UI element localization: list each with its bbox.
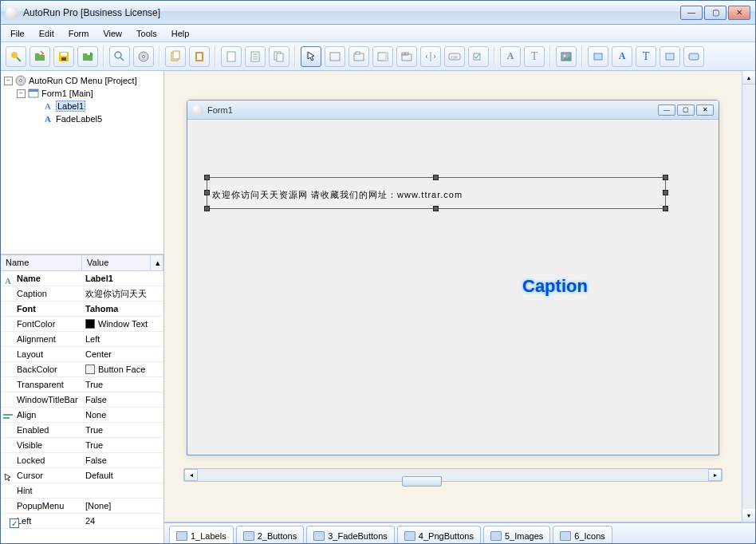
toolbar-splitter-icon[interactable]: [420, 46, 441, 67]
designer-canvas[interactable]: Form1 — ▢ ✕: [164, 71, 742, 522]
header-scroll-up[interactable]: ▴: [151, 255, 163, 270]
scroll-down-icon[interactable]: ▾: [742, 509, 755, 522]
menu-help[interactable]: Help: [165, 27, 196, 40]
property-row[interactable]: CursorDefault: [1, 468, 163, 483]
toolbar-tabcontrol-icon[interactable]: [396, 46, 417, 67]
collapse-icon[interactable]: −: [17, 89, 26, 98]
toolbar-cd-icon[interactable]: [133, 46, 154, 67]
property-value[interactable]: Center: [82, 349, 163, 359]
menu-form[interactable]: Form: [62, 27, 96, 40]
fadelabel-caption[interactable]: Caption: [522, 276, 588, 297]
property-row[interactable]: LockedFalse: [1, 453, 163, 468]
form-close-button[interactable]: ✕: [696, 104, 714, 116]
toolbar-run-icon[interactable]: [77, 46, 98, 67]
property-row[interactable]: BackColorButton Face: [1, 362, 163, 377]
property-value[interactable]: True: [82, 440, 163, 450]
toolbar-page2-icon[interactable]: [245, 46, 266, 67]
form-titlebar[interactable]: Form1 — ▢ ✕: [187, 101, 719, 120]
toolbar-save-icon[interactable]: [53, 46, 74, 67]
designer-vscrollbar[interactable]: ▴ ▾: [742, 71, 755, 522]
maximize-button[interactable]: ▢: [704, 6, 726, 20]
property-value[interactable]: False: [82, 395, 163, 404]
toolbar-page3-icon[interactable]: [269, 46, 289, 67]
property-value[interactable]: 24: [82, 516, 163, 526]
property-row[interactable]: EnabledTrue: [1, 423, 163, 438]
menu-file[interactable]: File: [4, 27, 31, 40]
designer-hscrollbar[interactable]: ◂ ▸: [183, 468, 723, 482]
toolbar-bluebox-icon[interactable]: [660, 46, 680, 67]
tree-root[interactable]: − AutoRun CD Menu [Project]: [1, 74, 163, 87]
toolbar-page1-icon[interactable]: [221, 46, 242, 67]
property-value[interactable]: True: [82, 425, 163, 435]
scroll-right-icon[interactable]: ▸: [708, 469, 722, 481]
tab-labels[interactable]: 1_Labels: [169, 526, 234, 543]
property-row[interactable]: Caption欢迎你访问天天: [1, 286, 163, 302]
scroll-left-icon[interactable]: ◂: [184, 469, 198, 481]
selected-label-control[interactable]: 欢迎你访问天天资源网 请收藏我们的网址：www.ttrar.com: [207, 177, 666, 209]
scroll-up-icon[interactable]: ▴: [742, 71, 755, 85]
property-value[interactable]: Button Face: [82, 365, 163, 374]
collapse-icon[interactable]: −: [4, 77, 13, 85]
project-tree[interactable]: − AutoRun CD Menu [Project] − Form1 [Mai…: [1, 71, 163, 254]
toolbar-wizard-icon[interactable]: [6, 46, 26, 67]
property-row[interactable]: ANameLabel1: [1, 271, 163, 286]
toolbar-okbutton-icon[interactable]: OK: [444, 46, 465, 67]
toolbar-zoom-icon[interactable]: [109, 46, 130, 67]
toolbar-bluelabel-icon[interactable]: A: [612, 46, 632, 67]
property-value[interactable]: True: [82, 380, 163, 389]
menu-tools[interactable]: Tools: [130, 27, 163, 40]
property-row[interactable]: FontColorWindow Text: [1, 317, 163, 332]
property-row[interactable]: PopupMenu[None]: [1, 499, 163, 514]
tab-buttons[interactable]: 2_Buttons: [236, 526, 305, 543]
property-row[interactable]: VisibleTrue: [1, 438, 163, 453]
toolbar-image-icon[interactable]: [556, 46, 577, 67]
property-row[interactable]: FontTahoma: [1, 302, 163, 317]
property-value[interactable]: Window Text: [82, 319, 163, 329]
tab-icons[interactable]: 6_Icons: [553, 526, 612, 543]
property-value[interactable]: None: [82, 410, 163, 420]
close-button[interactable]: ✕: [728, 6, 750, 20]
tree-item-fadelabel[interactable]: A FadeLabel5: [1, 112, 163, 125]
tree-form[interactable]: − Form1 [Main]: [1, 87, 163, 100]
menu-view[interactable]: View: [96, 27, 128, 40]
property-row[interactable]: Hint: [1, 483, 163, 499]
form-window[interactable]: Form1 — ▢ ✕: [187, 100, 719, 455]
minimize-button[interactable]: —: [680, 6, 703, 20]
property-row[interactable]: ✓Left24: [1, 514, 163, 529]
tab-fadebuttons[interactable]: 3_FadeButtons: [306, 526, 395, 543]
toolbar-text-t-icon[interactable]: T: [524, 46, 545, 67]
property-value[interactable]: 欢迎你访问天天: [82, 288, 163, 300]
form-max-button[interactable]: ▢: [677, 104, 695, 116]
property-row[interactable]: AlignNone: [1, 408, 163, 423]
toolbar-scrollbox-icon[interactable]: [372, 46, 393, 67]
toolbar-pointer-icon[interactable]: [301, 46, 321, 67]
property-row[interactable]: AlignmentLeft: [1, 332, 163, 347]
toolbar-groupbox-icon[interactable]: [348, 46, 369, 67]
property-value[interactable]: Tahoma: [82, 304, 163, 313]
property-value[interactable]: Label1: [82, 274, 163, 283]
toolbar-bluetext-icon[interactable]: T: [636, 46, 656, 67]
property-row[interactable]: LayoutCenter: [1, 347, 163, 362]
tab-images[interactable]: 5_Images: [483, 526, 550, 543]
form-min-button[interactable]: —: [658, 104, 675, 116]
toolbar-open-icon[interactable]: [30, 46, 50, 67]
menu-edit[interactable]: Edit: [33, 27, 61, 40]
property-row[interactable]: TransparentTrue: [1, 377, 163, 392]
form-body[interactable]: 欢迎你访问天天资源网 请收藏我们的网址：www.ttrar.com Captio…: [187, 120, 719, 455]
scroll-thumb[interactable]: [402, 476, 442, 487]
property-value[interactable]: Left: [82, 334, 163, 344]
toolbar-copy-icon[interactable]: [165, 46, 186, 67]
toolbar-paste-icon[interactable]: [189, 46, 210, 67]
toolbar-panel-icon[interactable]: [325, 46, 345, 67]
toolbar-label-a-icon[interactable]: A: [500, 46, 521, 67]
property-value[interactable]: Default: [82, 471, 163, 480]
toolbar-shape-icon[interactable]: [588, 46, 608, 67]
property-grid[interactable]: Name Value ▴ ANameLabel1Caption欢迎你访问天天Fo…: [1, 254, 163, 543]
tree-item-label1[interactable]: A Label1: [1, 100, 163, 112]
property-row[interactable]: WindowTitleBarFalse: [1, 392, 163, 408]
tab-pngbuttons[interactable]: 4_PngButtons: [397, 526, 481, 543]
property-value[interactable]: False: [82, 455, 163, 465]
toolbar-bluebtn-icon[interactable]: [683, 46, 704, 67]
property-value[interactable]: [None]: [82, 501, 163, 510]
toolbar-checkbox-icon[interactable]: [468, 46, 489, 67]
